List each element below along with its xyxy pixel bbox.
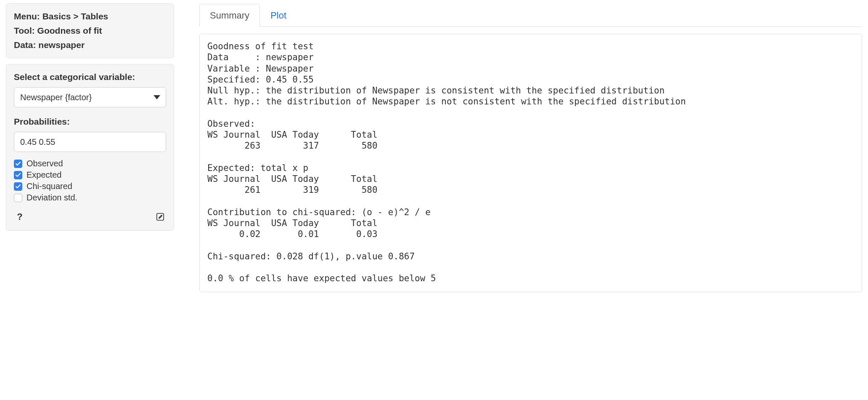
- checkbox-icon: [14, 194, 22, 202]
- output-specified-label: Specified:: [207, 75, 260, 85]
- sidebar: Menu: Basics > Tables Tool: Goodness of …: [6, 3, 174, 237]
- output-chisq-line: Chi-squared: 0.028 df(1), p.value 0.867: [207, 251, 415, 261]
- probabilities-label: Probabilities:: [14, 117, 166, 127]
- output-data-value: newspaper: [266, 52, 314, 62]
- tab-plot[interactable]: Plot: [260, 4, 297, 27]
- output-contrib-values: 0.02 0.01 0.03: [207, 229, 378, 239]
- checkbox-icon: [14, 160, 22, 168]
- output-observed-heading: Observed:: [207, 119, 255, 129]
- checkbox-icon: [14, 182, 22, 191]
- output-title: Goodness of fit test: [207, 41, 314, 51]
- checkbox-observed[interactable]: Observed: [14, 159, 166, 168]
- output-variable-value: Newspaper: [266, 64, 314, 74]
- checkbox-label: Deviation std.: [26, 193, 77, 203]
- output-expected-values: 261 319 580: [207, 185, 378, 195]
- output-specified-value: 0.45 0.55: [266, 75, 314, 85]
- output-expected-headers: WS Journal USA Today Total: [207, 174, 378, 184]
- main-content: Summary Plot Goodness of fit test Data :…: [199, 3, 862, 292]
- controls-panel: Select a categorical variable: Newspaper…: [6, 64, 174, 231]
- variable-select-label: Select a categorical variable:: [14, 72, 166, 82]
- output-observed-headers: WS Journal USA Today Total: [207, 130, 378, 140]
- menu-breadcrumb: Menu: Basics > Tables: [14, 11, 166, 21]
- checkbox-group: Observed Expected Chi-squared: [14, 159, 166, 203]
- checkbox-icon: [14, 171, 22, 179]
- info-panel: Menu: Basics > Tables Tool: Goodness of …: [6, 3, 174, 58]
- edit-icon[interactable]: [154, 211, 166, 223]
- output-panel: Goodness of fit test Data : newspaper Va…: [199, 34, 862, 292]
- checkbox-label: Chi-squared: [26, 181, 72, 191]
- checkbox-label: Observed: [26, 159, 63, 168]
- output-null-hyp: Null hyp.: the distribution of Newspaper…: [207, 85, 664, 96]
- output-data-label: Data :: [207, 52, 260, 62]
- data-label: Data: newspaper: [14, 40, 166, 50]
- output-contrib-heading: Contribution to chi-squared: (o - e)^2 /…: [207, 207, 431, 217]
- checkbox-devstd[interactable]: Deviation std.: [14, 193, 166, 203]
- probabilities-input[interactable]: [14, 132, 166, 152]
- variable-select[interactable]: Newspaper {factor}: [14, 87, 166, 107]
- checkbox-expected[interactable]: Expected: [14, 170, 166, 180]
- variable-select-value: Newspaper {factor}: [20, 93, 92, 102]
- tool-label: Tool: Goodness of fit: [14, 26, 166, 36]
- output-below5-line: 0.0 % of cells have expected values belo…: [207, 273, 436, 283]
- tab-summary[interactable]: Summary: [199, 4, 260, 27]
- output-observed-values: 263 317 580: [207, 141, 378, 151]
- output-contrib-headers: WS Journal USA Today Total: [207, 218, 378, 228]
- help-icon[interactable]: ?: [14, 211, 26, 223]
- output-variable-label: Variable :: [207, 64, 260, 74]
- tab-bar: Summary Plot: [199, 3, 862, 27]
- output-alt-hyp: Alt. hyp.: the distribution of Newspaper…: [207, 96, 686, 107]
- checkbox-chisq[interactable]: Chi-squared: [14, 181, 166, 191]
- output-expected-heading: Expected: total x p: [207, 163, 308, 173]
- checkbox-label: Expected: [26, 170, 61, 180]
